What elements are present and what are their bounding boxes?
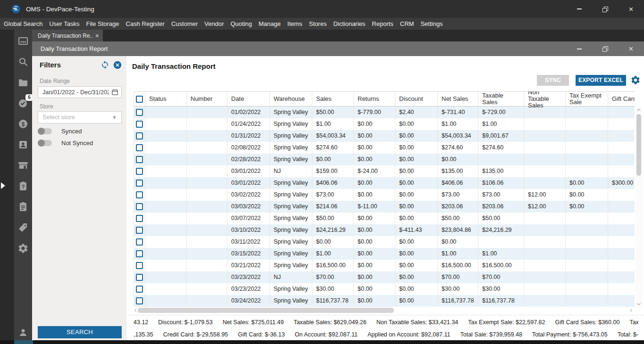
menu-item-manage[interactable]: Manage xyxy=(255,18,284,30)
cell-discount: $0.00 xyxy=(395,165,438,177)
column-header-warehouse[interactable]: Warehouse xyxy=(270,92,312,106)
synced-toggle-switch[interactable] xyxy=(38,128,52,134)
cell-number xyxy=(187,283,227,295)
row-checkbox[interactable] xyxy=(136,238,143,246)
sync-button[interactable]: SYNC xyxy=(537,75,569,86)
row-checkbox[interactable] xyxy=(136,227,143,234)
select-all-checkbox[interactable] xyxy=(136,96,143,103)
menu-item-dictionaries[interactable]: Dictionaries xyxy=(330,18,368,30)
row-checkbox[interactable] xyxy=(136,121,143,128)
menu-item-quoting[interactable]: Quoting xyxy=(227,18,255,30)
column-header-gift-card-sales[interactable]: Gift Card Sales xyxy=(608,92,635,106)
scroll-down-icon[interactable] xyxy=(636,302,642,307)
menu-item-global-search[interactable]: Global Search xyxy=(0,18,46,30)
horizontal-scrollbar[interactable] xyxy=(134,307,635,313)
sidebar-item-clipboard-list[interactable] xyxy=(17,201,29,213)
export-excel-button[interactable]: EXPORT EXCEL xyxy=(576,75,626,86)
cell-non-taxable-sales xyxy=(524,177,566,189)
scroll-left-icon[interactable] xyxy=(134,308,138,313)
row-checkbox[interactable] xyxy=(136,203,143,210)
row-checkbox[interactable] xyxy=(136,274,143,281)
menu-item-file-storage[interactable]: File Storage xyxy=(83,18,122,30)
menu-item-crm[interactable]: CRM xyxy=(397,18,418,30)
column-header-number[interactable]: Number xyxy=(187,92,227,106)
menu-item-customer[interactable]: Customer xyxy=(168,18,201,30)
sidebar-item-payments-dollar[interactable]: $ xyxy=(17,118,29,130)
row-checkbox[interactable] xyxy=(136,286,143,293)
cell-sales: $54,003.34 xyxy=(312,130,354,142)
menu-item-cash-register[interactable]: Cash Register xyxy=(123,18,168,30)
scroll-right-icon[interactable] xyxy=(629,308,633,313)
refresh-icon[interactable] xyxy=(100,60,109,69)
column-header-taxable-sales[interactable]: Taxable Sales xyxy=(478,92,524,106)
sidebar-item-user[interactable] xyxy=(14,327,32,338)
cell-non-taxable-sales xyxy=(524,165,566,177)
tab-close-icon[interactable]: × xyxy=(95,32,99,40)
sidebar-item-tasks-check[interactable]: 6 xyxy=(17,98,29,109)
sidebar-item-search[interactable] xyxy=(17,56,29,67)
vertical-scrollbar[interactable] xyxy=(636,107,642,307)
sidebar-item-tag[interactable] xyxy=(17,222,29,233)
cell-tax-exempt-sale xyxy=(566,271,608,283)
row-checkbox[interactable] xyxy=(136,297,143,304)
menu-item-stores[interactable]: Stores xyxy=(306,18,330,30)
column-header-date[interactable]: Date xyxy=(227,92,270,106)
column-header-non-taxable-sales[interactable]: Non Taxable Sales xyxy=(524,92,566,106)
sidebar-item-folder[interactable] xyxy=(17,77,29,88)
report-close-button[interactable]: × xyxy=(618,41,644,56)
grid-settings-gear-icon[interactable] xyxy=(630,75,641,85)
sidebar-item-contact-card[interactable] xyxy=(17,139,29,150)
date-range-input[interactable] xyxy=(38,86,122,98)
row-checkbox[interactable] xyxy=(136,132,143,139)
sidebar-item-settings-gear[interactable] xyxy=(17,243,29,254)
minimize-button[interactable] xyxy=(566,0,592,18)
calendar-icon[interactable] xyxy=(111,89,118,96)
vertical-scroll-thumb[interactable] xyxy=(636,114,641,176)
row-checkbox[interactable] xyxy=(136,250,143,257)
restore-icon xyxy=(602,46,608,51)
close-button[interactable]: × xyxy=(618,0,644,18)
column-header-discount[interactable]: Discount xyxy=(395,92,438,106)
row-checkbox[interactable] xyxy=(136,191,143,198)
column-header-tax-exempt-sale[interactable]: Tax Exempt Sale xyxy=(566,92,608,106)
store-select-placeholder: Select store xyxy=(42,114,75,121)
report-minimize-button[interactable] xyxy=(566,41,592,56)
menu-item-reports[interactable]: Reports xyxy=(368,18,397,30)
row-checkbox[interactable] xyxy=(136,156,143,163)
report-restore-button[interactable] xyxy=(592,41,618,56)
scroll-up-icon[interactable] xyxy=(636,107,642,113)
menu-item-settings[interactable]: Settings xyxy=(417,18,446,30)
horizontal-scroll-thumb[interactable] xyxy=(138,308,394,313)
menu-item-user-tasks[interactable]: User Tasks xyxy=(46,18,83,30)
flyout-arrow-icon[interactable] xyxy=(1,182,5,189)
row-checkbox[interactable] xyxy=(136,109,143,116)
cell-sales: $0.00 xyxy=(312,154,354,165)
clear-filters-icon[interactable] xyxy=(113,61,122,69)
cell-non-taxable-sales xyxy=(524,271,566,283)
row-checkbox[interactable] xyxy=(136,180,143,187)
sidebar-item-store[interactable] xyxy=(17,160,29,171)
tab-daily-transaction-report[interactable]: Daily Transaction Re... × xyxy=(32,30,103,41)
column-header-status[interactable]: Status xyxy=(145,92,187,106)
menu-item-vendor[interactable]: Vendor xyxy=(201,18,227,30)
cell-number xyxy=(187,271,227,283)
row-checkbox[interactable] xyxy=(136,215,143,222)
column-header-sales[interactable]: Sales xyxy=(312,92,354,106)
not-synced-toggle-switch[interactable] xyxy=(38,140,52,146)
sidebar-item-dashboard[interactable] xyxy=(17,35,29,47)
tab-strip: Daily Transaction Re... × xyxy=(32,30,644,41)
sidebar-item-clipboard-question[interactable]: ? xyxy=(17,180,29,192)
toggle-not-synced[interactable]: Not Synced xyxy=(38,139,93,147)
restore-button[interactable] xyxy=(592,0,618,18)
window-titlebar: OMS - DevPace-Testing × xyxy=(0,0,644,18)
menu-item-items[interactable]: Items xyxy=(284,18,306,30)
row-checkbox[interactable] xyxy=(136,168,143,175)
row-checkbox[interactable] xyxy=(136,144,143,151)
summary-item-applied-on-account: Applied on Account: $92,087.11 xyxy=(368,331,451,338)
store-select[interactable]: Select store ▼ xyxy=(38,111,122,123)
column-header-returns[interactable]: Returns xyxy=(354,92,395,106)
search-button[interactable]: SEARCH xyxy=(38,326,122,338)
column-header-net-sales[interactable]: Net Sales xyxy=(438,92,478,106)
row-checkbox[interactable] xyxy=(136,262,143,269)
toggle-synced[interactable]: Synced xyxy=(38,127,82,135)
